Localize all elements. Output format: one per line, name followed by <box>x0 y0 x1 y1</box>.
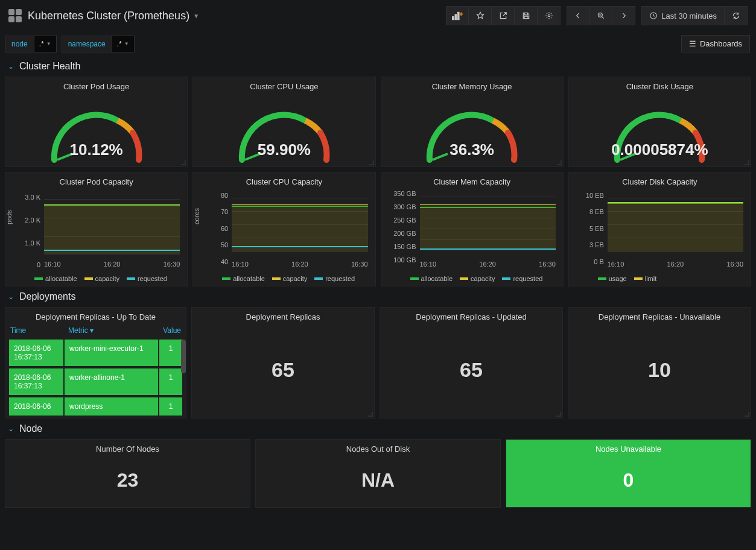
time-picker-group: Last 30 minutes <box>641 6 748 25</box>
panel-nodes-out-of-disk[interactable]: Nodes Out of Disk N/A <box>255 439 501 508</box>
panel-title: Deployment Replicas - Updated <box>380 308 562 321</box>
resize-handle[interactable] <box>745 160 749 165</box>
x-ticks: 16:10 16:20 16:30 <box>420 261 556 270</box>
variable-namespace[interactable]: namespace .*▼ <box>62 36 135 52</box>
y-tick: 150 GB <box>386 243 416 250</box>
time-range-button[interactable]: Last 30 minutes <box>641 6 725 25</box>
save-button[interactable] <box>515 6 538 25</box>
svg-point-3 <box>548 14 550 17</box>
row-node-header[interactable]: ⌄ Node <box>5 419 751 439</box>
panel-title: Cluster CPU Capacity <box>193 172 375 186</box>
y-tick: 350 GB <box>386 190 416 197</box>
panel-number-of-nodes[interactable]: Number Of Nodes 23 <box>5 439 250 508</box>
row-deployments-header[interactable]: ⌄ Deployments <box>5 286 751 307</box>
variable-node[interactable]: node .*▼ <box>5 36 57 52</box>
time-back-button[interactable] <box>567 6 589 25</box>
cell-time: 2018-06-06 16:37:13 <box>9 368 63 395</box>
add-panel-button[interactable] <box>446 6 469 25</box>
resize-handle[interactable] <box>181 160 186 165</box>
cell-value: 1 <box>159 340 182 366</box>
stat-value: 23 <box>5 454 250 507</box>
variable-namespace-value[interactable]: .*▼ <box>112 36 135 52</box>
panel-cluster-memory-usage[interactable]: Cluster Memory Usage 36.3% <box>381 77 564 167</box>
plot-area <box>608 192 743 259</box>
panel-title: Cluster Disk Usage <box>569 77 751 91</box>
panel-nodes-unavailable[interactable]: Nodes Unavailable 0 <box>506 439 751 508</box>
share-button[interactable] <box>492 6 515 25</box>
gear-icon <box>545 11 553 20</box>
panel-cluster-cpu-usage[interactable]: Cluster CPU Usage 59.90% <box>192 77 375 167</box>
list-icon: ☰ <box>689 39 696 48</box>
panel-title: Cluster Pod Capacity <box>5 172 187 186</box>
panel-title: Deployment Replicas <box>192 308 374 321</box>
panel-cluster-cpu-capacity[interactable]: Cluster CPU Capacity cores 80 70 60 50 4… <box>192 172 375 286</box>
panel-title: Cluster Mem Capacity <box>381 172 563 186</box>
panel-title: Nodes Unavailable <box>506 440 751 454</box>
plot-area <box>44 192 180 259</box>
time-forward-button[interactable] <box>612 6 635 25</box>
legend: allocatable capacity requested <box>5 273 187 283</box>
panel-cluster-pod-capacity[interactable]: Cluster Pod Capacity pods 3.0 K 2.0 K 1.… <box>5 172 188 286</box>
cell-value: 1 <box>159 368 182 395</box>
scrollbar-thumb[interactable] <box>181 340 186 373</box>
row-cluster-health-header[interactable]: ⌄ Cluster Health <box>5 56 751 77</box>
variable-node-value[interactable]: .*▼ <box>34 36 57 52</box>
col-time[interactable]: Time <box>5 321 63 340</box>
panel-cluster-mem-capacity[interactable]: Cluster Mem Capacity 350 GB 300 GB 250 G… <box>381 172 564 286</box>
zoom-out-button[interactable] <box>589 6 612 25</box>
legend: usage limit <box>569 273 751 283</box>
chevron-down-icon: ▼ <box>124 41 129 46</box>
cell-metric: wordpress <box>65 397 158 416</box>
star-button[interactable] <box>469 6 492 25</box>
y-tick: 250 GB <box>386 217 416 224</box>
col-metric[interactable]: Metric ▾ <box>63 321 157 340</box>
node-row: Number Of Nodes 23 Nodes Out of Disk N/A… <box>5 439 751 508</box>
panel-deployment-replicas-uptodate[interactable]: Deployment Replicas - Up To Date Time Me… <box>5 307 186 419</box>
stat-value: 65 <box>380 321 562 418</box>
y-tick: 8 EB <box>574 208 604 215</box>
y-tick: 200 GB <box>386 230 416 237</box>
dashboard-icon[interactable] <box>8 9 22 22</box>
stat-value: 65 <box>192 321 374 418</box>
resize-handle[interactable] <box>557 160 562 165</box>
dashboards-list-button[interactable]: ☰ Dashboards <box>681 35 750 52</box>
panel-title: Deployment Replicas - Unavailable <box>568 308 751 321</box>
panel-cluster-disk-usage[interactable]: Cluster Disk Usage 0.00005874% <box>568 77 751 167</box>
panel-deployment-replicas[interactable]: Deployment Replicas 65 <box>191 307 375 419</box>
gauge-value: 36.3% <box>381 141 563 159</box>
refresh-button[interactable] <box>725 6 748 25</box>
y-tick: 0 <box>10 261 40 268</box>
cell-metric: worker-allinone-1 <box>65 368 158 395</box>
table-body: 2018-06-06 16:37:13 worker-mini-executor… <box>5 340 186 418</box>
y-tick: 0 B <box>574 258 604 265</box>
zoom-out-icon <box>597 11 605 20</box>
gauge-value: 59.90% <box>193 141 375 159</box>
panel-deployment-replicas-updated[interactable]: Deployment Replicas - Updated 65 <box>380 307 563 419</box>
chevron-down-icon: ▼ <box>46 41 51 46</box>
resize-handle[interactable] <box>369 160 374 165</box>
gauge-value: 10.12% <box>5 141 187 159</box>
dashboards-list-label: Dashboards <box>700 39 742 48</box>
cell-metric: worker-mini-executor-1 <box>65 340 158 366</box>
y-tick: 50 <box>198 241 228 248</box>
y-tick: 10 EB <box>574 192 604 199</box>
deployments-row: Deployment Replicas - Up To Date Time Me… <box>5 307 751 419</box>
panel-cluster-disk-capacity[interactable]: Cluster Disk Capacity 10 EB 8 EB 5 EB 3 … <box>568 172 751 286</box>
chevron-left-icon <box>574 11 582 20</box>
col-value[interactable]: Value <box>157 321 186 340</box>
gauge-value: 0.00005874% <box>569 141 751 159</box>
dashboard-title: Kubernetes Cluster (Prometheus) <box>28 10 189 22</box>
dashboard-title-dropdown[interactable]: Kubernetes Cluster (Prometheus) ▼ <box>28 10 199 22</box>
resize-handle[interactable] <box>368 412 373 417</box>
cell-value: 1 <box>159 397 182 416</box>
panel-title: Deployment Replicas - Up To Date <box>5 308 186 321</box>
panel-cluster-pod-usage[interactable]: Cluster Pod Usage 10.12% <box>5 77 188 167</box>
capacity-row: Cluster Pod Capacity pods 3.0 K 2.0 K 1.… <box>5 172 751 286</box>
settings-button[interactable] <box>538 6 561 25</box>
resize-handle[interactable] <box>745 412 749 417</box>
resize-handle[interactable] <box>556 412 561 417</box>
panel-deployment-replicas-unavailable[interactable]: Deployment Replicas - Unavailable 10 <box>568 307 751 419</box>
time-nav-group <box>567 6 635 25</box>
panel-title: Nodes Out of Disk <box>256 440 500 454</box>
cell-time: 2018-06-06 <box>9 397 63 416</box>
